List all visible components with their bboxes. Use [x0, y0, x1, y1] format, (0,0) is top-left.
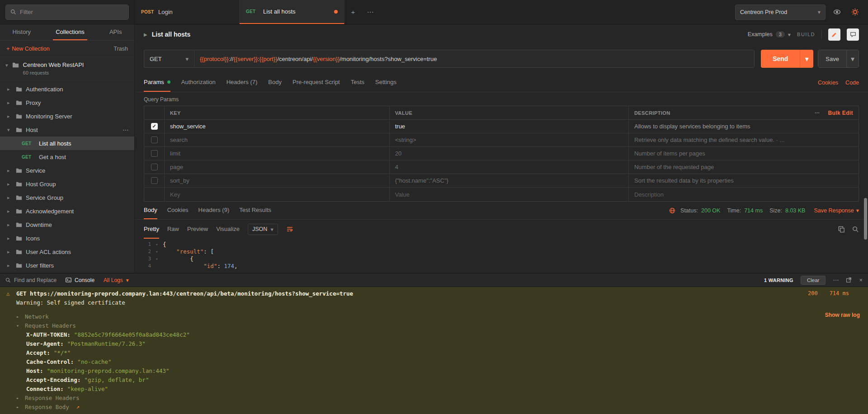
- bulk-edit-link[interactable]: Bulk Edit: [828, 110, 853, 116]
- search-icon[interactable]: [852, 226, 859, 233]
- sidebar-request-get-a-host[interactable]: GET Get a host: [0, 150, 134, 164]
- response-body-editor[interactable]: 1 ▾ { 2 ▾ "result": [ 3 ▾ { 4: [135, 239, 868, 273]
- param-description[interactable]: Allows to display services belonging to …: [628, 120, 859, 133]
- network-icon[interactable]: [669, 207, 675, 214]
- row-checkbox[interactable]: [151, 150, 158, 157]
- environment-quick-look-button[interactable]: [830, 5, 844, 19]
- sidebar-folder-proxy[interactable]: ▸ Proxy: [0, 96, 134, 109]
- param-key-placeholder[interactable]: Key: [164, 188, 389, 201]
- sidebar-folder-user-acl-actions[interactable]: ▸ User ACL actions: [0, 245, 134, 259]
- tab-tests[interactable]: Tests: [351, 73, 364, 92]
- sidebar-tab-apis[interactable]: APIs: [107, 24, 124, 40]
- sidebar-folder-host-group[interactable]: ▸ Host Group: [0, 177, 134, 191]
- save-response-button[interactable]: Save Response ▾: [814, 207, 859, 214]
- method-selector[interactable]: GET ▾: [144, 50, 194, 68]
- settings-button[interactable]: [848, 5, 862, 19]
- param-key[interactable]: sort_by: [164, 174, 389, 187]
- send-button[interactable]: Send: [761, 50, 800, 68]
- param-description[interactable]: Number of the requested page: [628, 160, 859, 174]
- new-collection-button[interactable]: + New Collection: [6, 46, 50, 52]
- comments-button[interactable]: [847, 28, 859, 41]
- code-link[interactable]: Code: [845, 80, 859, 86]
- console-request-line[interactable]: ⚠ GET https://monitoring-preprod.company…: [6, 289, 862, 298]
- row-checkbox[interactable]: [151, 177, 158, 184]
- save-options-icon[interactable]: ▾: [846, 50, 859, 67]
- param-key[interactable]: page: [164, 160, 389, 174]
- view-tab-raw[interactable]: Raw: [167, 220, 179, 239]
- edit-button[interactable]: [828, 28, 840, 41]
- clear-console-button[interactable]: Clear: [801, 276, 826, 285]
- row-checkbox[interactable]: [151, 164, 158, 170]
- table-options-icon[interactable]: ⋯: [815, 110, 820, 116]
- send-options-icon[interactable]: ▾: [800, 50, 813, 68]
- row-checkbox-checked[interactable]: ✓: [151, 123, 158, 130]
- find-and-replace-button[interactable]: Find and Replace: [5, 277, 57, 283]
- trash-button[interactable]: Trash: [114, 46, 128, 52]
- format-selector[interactable]: JSON ▾: [248, 224, 278, 235]
- console-tab[interactable]: Console: [66, 277, 94, 283]
- fold-caret-icon[interactable]: ▾: [156, 248, 163, 255]
- cookies-link[interactable]: Cookies: [818, 80, 838, 86]
- filter-box[interactable]: [5, 5, 129, 20]
- log-group-network[interactable]: ▸ Network: [6, 312, 862, 321]
- log-filter-dropdown[interactable]: All Logs ▾: [104, 277, 129, 283]
- response-tab-body[interactable]: Body: [144, 202, 157, 219]
- tab-pre-request-script[interactable]: Pre-request Script: [292, 73, 340, 92]
- close-console-icon[interactable]: ×: [859, 277, 863, 283]
- url-input[interactable]: {{protocol}}://{{server}}:{{port}}/centr…: [194, 50, 755, 68]
- open-in-new-window-icon[interactable]: [846, 277, 852, 283]
- sidebar-folder-service-group[interactable]: ▸ Service Group: [0, 191, 134, 204]
- sidebar-folder-host[interactable]: ▾ Host ⋯: [0, 123, 134, 136]
- collection-root[interactable]: ▾ Centreon Web RestAPI 60 requests: [0, 57, 134, 80]
- param-value[interactable]: <string>: [389, 133, 628, 146]
- response-tab-cookies[interactable]: Cookies: [167, 202, 189, 219]
- save-button[interactable]: Save: [818, 50, 846, 67]
- tab-headers[interactable]: Headers (7): [226, 73, 258, 92]
- tab-list-all-hosts[interactable]: GET List all hosts: [240, 0, 344, 24]
- view-tab-visualize[interactable]: Visualize: [216, 220, 240, 239]
- tab-params[interactable]: Params: [144, 73, 170, 92]
- row-checkbox[interactable]: [151, 136, 158, 143]
- param-value[interactable]: true: [389, 120, 628, 133]
- param-value-placeholder[interactable]: Value: [389, 188, 628, 201]
- param-key[interactable]: limit: [164, 147, 389, 160]
- sidebar-tab-collections[interactable]: Collections: [53, 24, 87, 40]
- new-tab-button[interactable]: +: [344, 0, 362, 24]
- log-group-request-headers[interactable]: ▾ Request Headers: [6, 321, 862, 330]
- sidebar-folder-user-filters[interactable]: ▸ User filters: [0, 259, 134, 272]
- open-response-body-icon[interactable]: ↗: [76, 404, 80, 410]
- fold-caret-icon[interactable]: ▾: [156, 255, 163, 263]
- sidebar-folder-downtime[interactable]: ▸ Downtime: [0, 218, 134, 231]
- sidebar-folder-authentication[interactable]: ▸ Authentication: [0, 82, 134, 96]
- folder-menu-icon[interactable]: ⋯: [123, 126, 129, 133]
- environment-selector[interactable]: Centreon Pre Prod ▾: [735, 5, 826, 20]
- tab-settings[interactable]: Settings: [375, 73, 396, 92]
- param-value[interactable]: {"host.name":"ASC"}: [389, 174, 628, 187]
- sidebar-folder-service[interactable]: ▸ Service: [0, 164, 134, 177]
- tab-body[interactable]: Body: [268, 73, 282, 92]
- sidebar-tab-history[interactable]: History: [10, 24, 33, 40]
- param-value[interactable]: 20: [389, 147, 628, 160]
- sidebar-folder-acknowledgement[interactable]: ▸ Acknowledgement: [0, 204, 134, 218]
- param-key[interactable]: show_service: [164, 120, 389, 133]
- view-tab-pretty[interactable]: Pretty: [144, 220, 159, 239]
- response-tab-test-results[interactable]: Test Results: [239, 202, 271, 219]
- copy-icon[interactable]: [838, 226, 845, 233]
- log-group-response-body[interactable]: ▸ Response Body ↗: [6, 402, 862, 411]
- param-key[interactable]: search: [164, 133, 389, 146]
- fold-caret-icon[interactable]: ▾: [156, 241, 163, 248]
- log-group-response-headers[interactable]: ▸ Response Headers: [6, 393, 862, 402]
- param-description-placeholder[interactable]: Description: [628, 188, 859, 201]
- tab-authorization[interactable]: Authorization: [181, 73, 216, 92]
- collapse-caret-icon[interactable]: ▶: [144, 32, 147, 37]
- param-value[interactable]: 4: [389, 160, 628, 174]
- examples-dropdown[interactable]: Examples 3 ▾: [748, 31, 791, 38]
- console-options-icon[interactable]: ⋯: [833, 277, 839, 283]
- param-description[interactable]: Sort the resulted data by its properties: [628, 174, 859, 187]
- tab-options-icon[interactable]: ⋯: [362, 0, 379, 24]
- scrollbar-thumb[interactable]: [864, 198, 867, 240]
- response-tab-headers[interactable]: Headers (9): [198, 202, 230, 219]
- param-description[interactable]: Retrieve only data matching the defined …: [628, 133, 859, 146]
- sidebar-folder-icons[interactable]: ▸ Icons: [0, 231, 134, 245]
- show-raw-log-link[interactable]: Show raw log: [825, 312, 860, 318]
